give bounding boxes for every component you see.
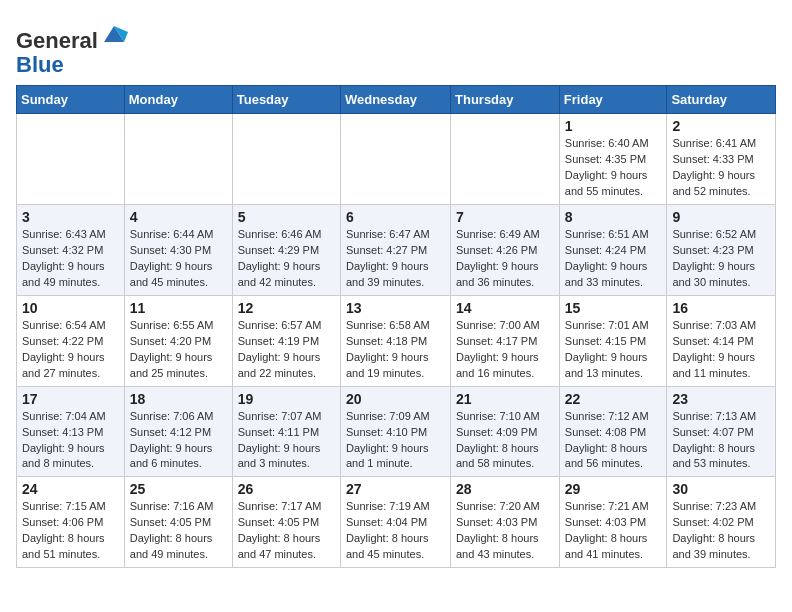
day-info: Sunrise: 6:49 AMSunset: 4:26 PMDaylight:… [456, 227, 554, 291]
day-cell: 5Sunrise: 6:46 AMSunset: 4:29 PMDaylight… [232, 205, 340, 296]
day-cell: 20Sunrise: 7:09 AMSunset: 4:10 PMDayligh… [340, 386, 450, 477]
day-number: 25 [130, 481, 227, 497]
day-cell: 28Sunrise: 7:20 AMSunset: 4:03 PMDayligh… [451, 477, 560, 568]
day-info: Sunrise: 6:54 AMSunset: 4:22 PMDaylight:… [22, 318, 119, 382]
day-cell: 25Sunrise: 7:16 AMSunset: 4:05 PMDayligh… [124, 477, 232, 568]
day-cell: 23Sunrise: 7:13 AMSunset: 4:07 PMDayligh… [667, 386, 776, 477]
day-cell: 30Sunrise: 7:23 AMSunset: 4:02 PMDayligh… [667, 477, 776, 568]
day-info: Sunrise: 6:57 AMSunset: 4:19 PMDaylight:… [238, 318, 335, 382]
col-header-saturday: Saturday [667, 86, 776, 114]
day-number: 30 [672, 481, 770, 497]
day-info: Sunrise: 7:23 AMSunset: 4:02 PMDaylight:… [672, 499, 770, 563]
day-number: 17 [22, 391, 119, 407]
day-info: Sunrise: 7:17 AMSunset: 4:05 PMDaylight:… [238, 499, 335, 563]
day-cell: 26Sunrise: 7:17 AMSunset: 4:05 PMDayligh… [232, 477, 340, 568]
day-number: 27 [346, 481, 445, 497]
day-number: 8 [565, 209, 662, 225]
day-cell: 18Sunrise: 7:06 AMSunset: 4:12 PMDayligh… [124, 386, 232, 477]
week-row-4: 17Sunrise: 7:04 AMSunset: 4:13 PMDayligh… [17, 386, 776, 477]
day-cell: 21Sunrise: 7:10 AMSunset: 4:09 PMDayligh… [451, 386, 560, 477]
day-number: 4 [130, 209, 227, 225]
day-number: 29 [565, 481, 662, 497]
logo-text: General Blue [16, 20, 128, 77]
header: General Blue [16, 16, 776, 77]
day-number: 2 [672, 118, 770, 134]
day-number: 5 [238, 209, 335, 225]
week-row-3: 10Sunrise: 6:54 AMSunset: 4:22 PMDayligh… [17, 295, 776, 386]
day-info: Sunrise: 6:46 AMSunset: 4:29 PMDaylight:… [238, 227, 335, 291]
col-header-tuesday: Tuesday [232, 86, 340, 114]
day-number: 20 [346, 391, 445, 407]
day-number: 18 [130, 391, 227, 407]
day-info: Sunrise: 7:07 AMSunset: 4:11 PMDaylight:… [238, 409, 335, 473]
week-row-1: 1Sunrise: 6:40 AMSunset: 4:35 PMDaylight… [17, 114, 776, 205]
day-info: Sunrise: 6:52 AMSunset: 4:23 PMDaylight:… [672, 227, 770, 291]
day-cell: 12Sunrise: 6:57 AMSunset: 4:19 PMDayligh… [232, 295, 340, 386]
day-info: Sunrise: 7:00 AMSunset: 4:17 PMDaylight:… [456, 318, 554, 382]
week-row-5: 24Sunrise: 7:15 AMSunset: 4:06 PMDayligh… [17, 477, 776, 568]
day-cell: 16Sunrise: 7:03 AMSunset: 4:14 PMDayligh… [667, 295, 776, 386]
day-info: Sunrise: 7:13 AMSunset: 4:07 PMDaylight:… [672, 409, 770, 473]
day-info: Sunrise: 7:09 AMSunset: 4:10 PMDaylight:… [346, 409, 445, 473]
day-info: Sunrise: 6:47 AMSunset: 4:27 PMDaylight:… [346, 227, 445, 291]
day-info: Sunrise: 6:41 AMSunset: 4:33 PMDaylight:… [672, 136, 770, 200]
day-number: 13 [346, 300, 445, 316]
day-cell: 9Sunrise: 6:52 AMSunset: 4:23 PMDaylight… [667, 205, 776, 296]
day-cell: 27Sunrise: 7:19 AMSunset: 4:04 PMDayligh… [340, 477, 450, 568]
day-number: 7 [456, 209, 554, 225]
day-info: Sunrise: 7:01 AMSunset: 4:15 PMDaylight:… [565, 318, 662, 382]
day-cell: 13Sunrise: 6:58 AMSunset: 4:18 PMDayligh… [340, 295, 450, 386]
day-number: 22 [565, 391, 662, 407]
day-number: 1 [565, 118, 662, 134]
day-number: 12 [238, 300, 335, 316]
day-number: 24 [22, 481, 119, 497]
day-info: Sunrise: 6:58 AMSunset: 4:18 PMDaylight:… [346, 318, 445, 382]
day-info: Sunrise: 7:03 AMSunset: 4:14 PMDaylight:… [672, 318, 770, 382]
day-info: Sunrise: 7:04 AMSunset: 4:13 PMDaylight:… [22, 409, 119, 473]
day-number: 3 [22, 209, 119, 225]
day-cell [124, 114, 232, 205]
day-info: Sunrise: 6:43 AMSunset: 4:32 PMDaylight:… [22, 227, 119, 291]
day-info: Sunrise: 7:21 AMSunset: 4:03 PMDaylight:… [565, 499, 662, 563]
col-header-thursday: Thursday [451, 86, 560, 114]
day-cell: 10Sunrise: 6:54 AMSunset: 4:22 PMDayligh… [17, 295, 125, 386]
day-number: 19 [238, 391, 335, 407]
col-header-wednesday: Wednesday [340, 86, 450, 114]
day-number: 26 [238, 481, 335, 497]
day-cell: 22Sunrise: 7:12 AMSunset: 4:08 PMDayligh… [559, 386, 667, 477]
day-info: Sunrise: 7:19 AMSunset: 4:04 PMDaylight:… [346, 499, 445, 563]
day-info: Sunrise: 6:40 AMSunset: 4:35 PMDaylight:… [565, 136, 662, 200]
day-cell: 11Sunrise: 6:55 AMSunset: 4:20 PMDayligh… [124, 295, 232, 386]
day-info: Sunrise: 6:51 AMSunset: 4:24 PMDaylight:… [565, 227, 662, 291]
day-info: Sunrise: 7:16 AMSunset: 4:05 PMDaylight:… [130, 499, 227, 563]
logo-general: General [16, 28, 98, 53]
col-header-monday: Monday [124, 86, 232, 114]
day-cell: 24Sunrise: 7:15 AMSunset: 4:06 PMDayligh… [17, 477, 125, 568]
day-info: Sunrise: 7:06 AMSunset: 4:12 PMDaylight:… [130, 409, 227, 473]
week-row-2: 3Sunrise: 6:43 AMSunset: 4:32 PMDaylight… [17, 205, 776, 296]
col-header-friday: Friday [559, 86, 667, 114]
day-info: Sunrise: 7:12 AMSunset: 4:08 PMDaylight:… [565, 409, 662, 473]
day-cell: 1Sunrise: 6:40 AMSunset: 4:35 PMDaylight… [559, 114, 667, 205]
day-cell: 15Sunrise: 7:01 AMSunset: 4:15 PMDayligh… [559, 295, 667, 386]
day-info: Sunrise: 7:20 AMSunset: 4:03 PMDaylight:… [456, 499, 554, 563]
day-cell: 17Sunrise: 7:04 AMSunset: 4:13 PMDayligh… [17, 386, 125, 477]
day-info: Sunrise: 6:55 AMSunset: 4:20 PMDaylight:… [130, 318, 227, 382]
day-cell: 3Sunrise: 6:43 AMSunset: 4:32 PMDaylight… [17, 205, 125, 296]
day-info: Sunrise: 7:10 AMSunset: 4:09 PMDaylight:… [456, 409, 554, 473]
col-header-sunday: Sunday [17, 86, 125, 114]
day-cell [17, 114, 125, 205]
day-number: 23 [672, 391, 770, 407]
day-cell: 14Sunrise: 7:00 AMSunset: 4:17 PMDayligh… [451, 295, 560, 386]
day-cell: 8Sunrise: 6:51 AMSunset: 4:24 PMDaylight… [559, 205, 667, 296]
day-cell [340, 114, 450, 205]
day-cell [232, 114, 340, 205]
day-cell: 4Sunrise: 6:44 AMSunset: 4:30 PMDaylight… [124, 205, 232, 296]
day-number: 6 [346, 209, 445, 225]
day-number: 28 [456, 481, 554, 497]
day-number: 11 [130, 300, 227, 316]
day-number: 16 [672, 300, 770, 316]
day-info: Sunrise: 6:44 AMSunset: 4:30 PMDaylight:… [130, 227, 227, 291]
day-cell: 2Sunrise: 6:41 AMSunset: 4:33 PMDaylight… [667, 114, 776, 205]
day-cell: 6Sunrise: 6:47 AMSunset: 4:27 PMDaylight… [340, 205, 450, 296]
